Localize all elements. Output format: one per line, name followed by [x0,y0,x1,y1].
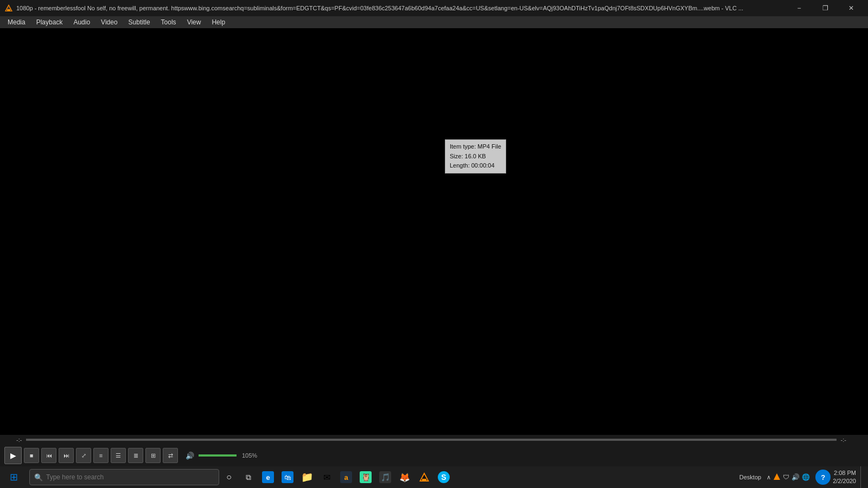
fullscreen-button[interactable]: ⤢ [76,448,91,463]
menu-video[interactable]: Video [95,16,123,28]
taskbar-app-mail[interactable]: ✉ [317,466,336,488]
taskbar-app-explorer[interactable]: 📁 [297,466,317,488]
controls-bar: ▶ ■ ⏮ ⏭ ⤢ ≡ ☰ ≣ ⊞ ⇄ 🔊 105% [0,445,868,466]
taskbar-app-skype[interactable]: S [434,466,454,488]
cortana-button[interactable]: ○ [219,466,239,488]
taskbar-app-tripadvisor[interactable]: 🦉 [356,466,375,488]
close-button[interactable]: ✕ [839,0,864,16]
vlc-taskbar-icon [418,471,430,483]
search-box[interactable]: 🔍 [29,469,219,485]
menu-audio[interactable]: Audio [68,16,95,28]
media-player-icon: 🎵 [379,471,391,483]
window-controls: − ❐ ✕ [787,0,864,16]
tooltip-line3: Length: 00:00:04 [450,161,501,171]
volume-icon: 🔊 [186,452,194,460]
random-button[interactable]: ⇄ [163,448,178,463]
volume-slider[interactable] [199,454,237,457]
firefox-icon: 🦊 [399,471,411,483]
title-bar-left: 1080p - rememberlessfool No self, no fre… [4,4,743,12]
start-button[interactable]: ⊞ [0,466,27,488]
taskbar-app-vlc[interactable] [414,466,434,488]
search-icon: 🔍 [34,473,43,481]
taskbar-right: Desktop ∧ 🛡 🔊 🌐 ? 2:08 PM 2/2/2020 [739,466,868,488]
time-remaining: -:- [841,436,846,443]
taskbar-app-store[interactable]: 🛍 [278,466,297,488]
prev-button[interactable]: ⏮ [41,448,56,463]
clock-time: 2:08 PM [833,469,856,477]
menu-playback[interactable]: Playback [31,16,68,28]
file-tooltip: Item type: MP4 File Size: 16.0 KB Length… [445,139,506,174]
task-view-button[interactable]: ⧉ [239,466,258,488]
clock-date: 2/2/2020 [833,477,856,485]
menu-tools[interactable]: Tools [156,16,182,28]
amazon-icon: a [340,471,352,483]
menu-help[interactable]: Help [206,16,231,28]
taskbar-app-firefox[interactable]: 🦊 [395,466,414,488]
next-button[interactable]: ⏭ [59,448,74,463]
menu-view[interactable]: View [182,16,207,28]
taskbar-app-edge[interactable]: e [258,466,278,488]
toggle-view-button[interactable]: ⊞ [145,448,161,463]
volume-fill [199,454,237,457]
window-title: 1080p - rememberlessfool No self, no fre… [16,5,743,11]
progress-track[interactable] [26,439,836,441]
restore-button[interactable]: ❐ [813,0,838,16]
skype-icon: S [438,471,450,483]
task-view-icon: ⧉ [246,473,251,482]
tray-vlc-icon[interactable] [773,473,781,482]
volume-percent-label: 105% [242,452,257,459]
video-area[interactable]: Item type: MP4 File Size: 16.0 KB Length… [0,28,868,435]
store-icon: 🛍 [282,471,293,483]
play-button[interactable]: ▶ [4,447,22,464]
tray-security-icon[interactable]: 🛡 [783,473,789,481]
tray-area: ∧ 🛡 🔊 🌐 [763,473,813,482]
cortana-icon: ○ [226,472,232,482]
title-bar: 1080p - rememberlessfool No self, no fre… [0,0,868,16]
tooltip-line1: Item type: MP4 File [450,142,501,152]
tooltip-line2: Size: 16.0 KB [450,152,501,162]
menu-subtitle[interactable]: Subtitle [123,16,156,28]
menu-bar: Media Playback Audio Video Subtitle Tool… [0,16,868,28]
svg-rect-2 [7,9,10,11]
explorer-icon: 📁 [301,471,313,483]
svg-marker-6 [774,473,780,480]
taskbar-app-amazon[interactable]: a [336,466,356,488]
minimize-button[interactable]: − [787,0,812,16]
show-playlist-button[interactable]: ≣ [128,448,143,463]
mail-icon: ✉ [321,471,333,483]
taskbar: ⊞ 🔍 ○ ⧉ e 🛍 📁 ✉ a 🦉 🎵 🦊 [0,466,868,488]
desktop-label[interactable]: Desktop [739,474,761,480]
system-clock[interactable]: 2:08 PM 2/2/2020 [833,469,858,486]
playlist-button[interactable]: ☰ [111,448,126,463]
tripadvisor-icon: 🦉 [360,471,372,483]
menu-media[interactable]: Media [2,16,31,28]
windows-icon: ⊞ [10,471,18,483]
edge-icon: e [262,471,274,483]
extended-settings-button[interactable]: ≡ [93,448,108,463]
stop-button[interactable]: ■ [24,448,39,463]
tray-chevron[interactable]: ∧ [767,474,771,481]
progress-area: -:- -:- [0,435,868,445]
taskbar-app-media[interactable]: 🎵 [375,466,395,488]
tray-network-icon[interactable]: 🌐 [802,473,810,481]
vlc-title-icon [4,4,13,12]
time-elapsed: -:- [16,436,22,443]
tray-volume-icon[interactable]: 🔊 [792,473,800,481]
notification-icon-symbol: ? [821,473,825,481]
notification-center-button[interactable]: ? [815,470,831,485]
svg-rect-5 [422,479,426,481]
show-desktop-button[interactable] [860,466,864,488]
search-input[interactable] [46,473,214,481]
